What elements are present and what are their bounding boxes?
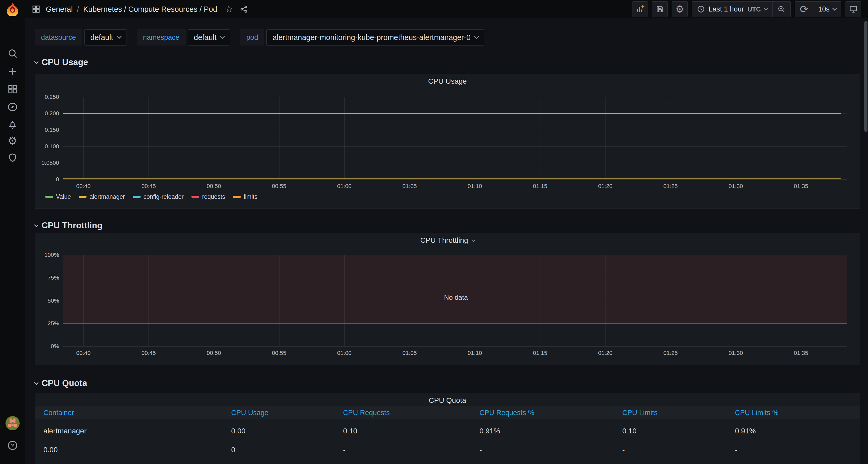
chevron-down-icon bbox=[34, 60, 39, 64]
series-line-alertmanager bbox=[63, 178, 841, 179]
legend-swatch bbox=[45, 196, 53, 198]
tv-cycle-icon[interactable] bbox=[845, 1, 861, 17]
y-axis-tick-label: 0.200 bbox=[45, 110, 59, 117]
save-dashboard-icon[interactable] bbox=[652, 1, 668, 17]
legend-label: requests bbox=[202, 193, 225, 200]
table-cell: 0.91% bbox=[735, 427, 852, 435]
row-toggle-cpu-throttling[interactable]: CPU Throttling bbox=[35, 220, 860, 231]
table-cell: - bbox=[479, 446, 622, 454]
variable-select-namespace[interactable]: default bbox=[188, 29, 230, 46]
dashboards-grid-icon[interactable] bbox=[0, 82, 25, 97]
legend-item-config-reloader[interactable]: config-reloader bbox=[133, 193, 184, 200]
cpu-usage-plot-area[interactable]: 00.05000.1000.1500.2000.25000:4000:4500:… bbox=[63, 97, 849, 179]
panel-title-cpu-quota[interactable]: CPU Quota bbox=[35, 396, 860, 405]
variable-value: default bbox=[90, 33, 113, 42]
grid-line-y bbox=[63, 163, 847, 163]
user-avatar[interactable] bbox=[0, 416, 25, 431]
x-axis-tick-label: 00:45 bbox=[142, 350, 156, 356]
star-icon[interactable]: ☆ bbox=[225, 4, 233, 14]
legend-swatch bbox=[191, 196, 199, 198]
zoom-out-icon[interactable] bbox=[772, 2, 790, 17]
refresh-icon[interactable]: ⟳ bbox=[795, 2, 813, 17]
table-cell: 0.91% bbox=[479, 427, 622, 435]
breadcrumb-folder[interactable]: General bbox=[46, 5, 73, 13]
alerting-bell-icon[interactable] bbox=[0, 117, 25, 132]
quota-table-header: ContainerCPU UsageCPU RequestsCPU Reques… bbox=[35, 406, 860, 420]
refresh-interval-picker[interactable]: 10s bbox=[813, 2, 841, 17]
breadcrumb-separator: / bbox=[77, 5, 79, 13]
grafana-logo[interactable] bbox=[0, 0, 25, 18]
x-axis-tick-label: 01:15 bbox=[533, 350, 547, 356]
y-axis-tick-label: 0.250 bbox=[45, 94, 59, 100]
legend-item-limits[interactable]: limits bbox=[233, 193, 257, 200]
panel-title-cpu-usage[interactable]: CPU Usage bbox=[35, 77, 860, 86]
quota-column-header[interactable]: CPU Limits bbox=[622, 409, 735, 417]
configuration-gear-icon[interactable]: ⚙ bbox=[0, 134, 25, 149]
time-range-picker[interactable]: Last 1 hour UTC bbox=[692, 2, 772, 17]
variable-value: default bbox=[194, 33, 216, 42]
quota-column-header[interactable]: CPU Requests bbox=[343, 409, 479, 417]
quota-column-header[interactable]: CPU Limits % bbox=[735, 409, 852, 417]
chevron-down-icon bbox=[471, 238, 475, 242]
chevron-down-icon bbox=[34, 223, 39, 227]
panel-cpu-quota: CPU Quota ContainerCPU UsageCPU Requests… bbox=[35, 393, 860, 464]
variable-select-pod[interactable]: alertmanager-monitoring-kube-prometheus-… bbox=[267, 29, 484, 46]
search-icon[interactable] bbox=[0, 46, 25, 61]
svg-text:?: ? bbox=[11, 443, 14, 448]
x-axis-tick-label: 00:55 bbox=[272, 350, 286, 356]
refresh-interval-label: 10s bbox=[818, 5, 830, 13]
top-nav-bar: General / Kubernetes / Compute Resources… bbox=[25, 0, 868, 18]
plus-icon[interactable] bbox=[0, 64, 25, 79]
dashboard-settings-icon[interactable]: ⚙ bbox=[672, 1, 688, 17]
chevron-down-icon bbox=[117, 34, 121, 39]
x-axis-tick-label: 01:00 bbox=[337, 350, 352, 356]
panel-cpu-usage: CPU Usage 00.05000.1000.1500.2000.25000:… bbox=[35, 74, 860, 209]
x-axis-tick-label: 00:45 bbox=[142, 183, 156, 190]
quota-column-header[interactable]: Container bbox=[43, 409, 231, 417]
legend-label: config-reloader bbox=[144, 193, 184, 200]
dashboard-title[interactable]: Kubernetes / Compute Resources / Pod bbox=[83, 5, 217, 13]
x-axis-tick-label: 00:40 bbox=[76, 183, 90, 190]
clock-icon bbox=[697, 5, 705, 13]
explore-compass-icon[interactable] bbox=[0, 99, 25, 115]
dashboard-toolbar: ⚙ Last 1 hour UTC ⟳ 10s bbox=[632, 1, 861, 17]
x-axis-tick-label: 01:00 bbox=[337, 183, 352, 190]
legend-item-requests[interactable]: requests bbox=[191, 193, 225, 200]
time-picker-group: Last 1 hour UTC bbox=[692, 1, 790, 17]
variable-datasource: datasourcedefault bbox=[35, 29, 127, 46]
chevron-down-icon bbox=[220, 34, 225, 39]
panel-cpu-throttling: CPU Throttling No data 0%25%50%75%100%00… bbox=[35, 233, 860, 365]
row-toggle-cpu-quota[interactable]: CPU Quota bbox=[35, 378, 860, 388]
table-cell: 0.10 bbox=[622, 427, 735, 435]
x-axis-tick-label: 01:30 bbox=[728, 183, 743, 190]
dashboard-content: datasourcedefaultnamespacedefaultpodaler… bbox=[25, 18, 868, 464]
grid-line-x bbox=[410, 97, 410, 179]
legend-label: Value bbox=[56, 193, 71, 200]
legend-item-Value[interactable]: Value bbox=[45, 193, 71, 200]
row-toggle-cpu-usage[interactable]: CPU Usage bbox=[35, 57, 860, 67]
sidebar: ⚙ ? bbox=[0, 0, 25, 464]
server-admin-shield-icon[interactable] bbox=[0, 150, 25, 165]
share-icon[interactable] bbox=[240, 5, 248, 13]
panel-title-cpu-throttling[interactable]: CPU Throttling bbox=[35, 236, 860, 244]
legend-item-alertmanager[interactable]: alertmanager bbox=[79, 193, 125, 200]
x-axis-tick-label: 00:50 bbox=[207, 183, 221, 190]
help-question-icon[interactable]: ? bbox=[0, 438, 25, 453]
time-range-label: Last 1 hour bbox=[709, 5, 744, 13]
cpu-throttling-plot-area[interactable]: No data 0%25%50%75%100%00:4000:4500:5000… bbox=[63, 255, 849, 346]
breadcrumb: General / Kubernetes / Compute Resources… bbox=[46, 5, 217, 13]
apps-grid-icon bbox=[32, 5, 40, 13]
add-panel-icon[interactable] bbox=[632, 1, 648, 17]
x-axis-tick-label: 01:05 bbox=[402, 183, 417, 190]
chevron-down-icon bbox=[474, 34, 479, 39]
y-axis-tick-label: 75% bbox=[48, 274, 59, 281]
x-axis-tick-label: 01:05 bbox=[402, 350, 417, 356]
quota-column-header[interactable]: CPU Usage bbox=[231, 409, 343, 417]
quota-table-body: alertmanager0.000.100.91%0.100.91%0.000-… bbox=[35, 422, 860, 459]
variable-select-datasource[interactable]: default bbox=[85, 29, 127, 46]
y-axis-tick-label: 25% bbox=[48, 320, 59, 327]
x-axis-tick-label: 00:40 bbox=[76, 350, 90, 356]
quota-column-header[interactable]: CPU Requests % bbox=[479, 409, 622, 417]
table-cell: - bbox=[343, 446, 479, 454]
page-scrollbar-thumb[interactable] bbox=[864, 21, 867, 132]
